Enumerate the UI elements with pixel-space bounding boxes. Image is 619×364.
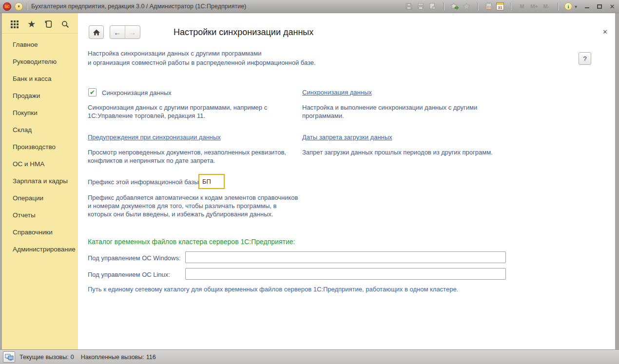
sidebar-item-salary-hr[interactable]: Зарплата и кадры <box>2 172 78 190</box>
maximize-button[interactable] <box>596 2 603 10</box>
divider <box>478 2 478 10</box>
add-to-favorites-icon[interactable] <box>450 2 460 11</box>
prefix-input[interactable] <box>198 174 225 189</box>
warnings-description: Просмотр непроведенных документов, незап… <box>88 148 286 165</box>
memory-m-minus-button[interactable]: M- <box>542 3 551 9</box>
cluster-section-header: Каталог временных файлов кластера сервер… <box>88 238 295 246</box>
help-button[interactable]: ? <box>579 52 591 65</box>
sidebar-item-main[interactable]: Главное <box>2 36 78 53</box>
cluster-note: Путь к единому сетевому каталогу для общ… <box>88 286 458 293</box>
divider <box>510 2 511 10</box>
linux-path-input[interactable] <box>185 268 506 280</box>
section-sidebar: ★ Главное Руководителю Банк и касса Прод… <box>2 13 78 349</box>
app-window: 1С ▾ Бухгалтерия предприятия, редакция 3… <box>0 0 619 364</box>
calls-status-text: Текущие вызовы: 0 Накопленные вызовы: 11… <box>19 354 156 361</box>
sidebar-item-production[interactable]: Производство <box>2 138 78 155</box>
close-button[interactable]: ✕ <box>608 2 616 10</box>
close-icon: ✕ <box>610 3 615 10</box>
titlebar-toolbar: 31 M M+ M- i ▾ <box>405 2 577 11</box>
prefix-label: Префикс этой информационной базы: <box>88 178 200 186</box>
windows-path-input[interactable] <box>185 251 506 263</box>
sidebar-item-bank-cash[interactable]: Банк и касса <box>2 70 78 87</box>
page-description: Настройка синхронизации данных с другими… <box>88 49 316 67</box>
page-close-button[interactable]: ✕ <box>602 28 608 36</box>
sync-description: Синхронизация данных с другими программа… <box>88 103 267 120</box>
sync-checkbox-label: Синхронизация данных <box>102 89 172 96</box>
divider <box>444 2 444 10</box>
window-controls: ✕ <box>583 2 616 10</box>
home-icon <box>93 29 100 36</box>
favorites-star-icon[interactable]: ★ <box>26 19 38 30</box>
sidebar-item-warehouse[interactable]: Склад <box>2 121 78 138</box>
info-caret-icon[interactable]: ▾ <box>575 4 577 9</box>
check-icon: ✔ <box>90 89 95 96</box>
sync-checkbox[interactable]: ✔ <box>88 88 97 96</box>
sidebar-item-sales[interactable]: Продажи <box>2 87 78 104</box>
monitors-icon <box>5 353 14 361</box>
print-preview-icon[interactable] <box>428 2 437 11</box>
main-region: ★ Главное Руководителю Банк и касса Прод… <box>0 13 619 349</box>
sync-warnings-link[interactable]: Предупреждения при синхронизации данных <box>88 134 221 141</box>
sidebar-toolbar: ★ <box>2 13 78 34</box>
nav-buttons: ← → <box>110 25 140 39</box>
current-calls-value: 0 <box>71 354 74 361</box>
chevron-down-icon: ▾ <box>18 4 20 9</box>
client-server-calls-button[interactable] <box>3 351 15 363</box>
sidebar-item-administration[interactable]: Администрирование <box>2 241 78 258</box>
ban-dates-description: Запрет загрузки данных прошлых периодов … <box>302 148 493 156</box>
back-button[interactable]: ← <box>110 26 125 38</box>
sidebar-item-operations[interactable]: Операции <box>2 190 78 207</box>
accumulated-calls-label: Накопленные вызовы: <box>81 354 144 361</box>
history-icon[interactable] <box>42 19 54 30</box>
save-icon[interactable] <box>405 2 414 11</box>
main-menu-button[interactable]: ▾ <box>15 2 23 11</box>
windows-path-label: Под управлением ОС Windows: <box>88 254 181 262</box>
forward-button[interactable]: → <box>125 26 140 38</box>
window-title: Бухгалтерия предприятия, редакция 3.0 / … <box>31 3 246 10</box>
info-button[interactable]: i <box>564 2 572 10</box>
favorites-icon[interactable] <box>462 2 471 11</box>
home-button[interactable] <box>89 25 104 39</box>
memory-m-plus-button[interactable]: M+ <box>529 3 539 9</box>
page-title: Настройки синхронизации данных <box>174 27 313 38</box>
minimize-icon <box>585 7 589 8</box>
minimize-button[interactable] <box>583 2 591 10</box>
sidebar-item-reports[interactable]: Отчеты <box>2 207 78 224</box>
divider <box>27 2 27 10</box>
sidebar-item-manager[interactable]: Руководителю <box>2 53 78 70</box>
sidebar-menu: Главное Руководителю Банк и касса Продаж… <box>2 34 78 258</box>
print-icon[interactable] <box>416 2 426 11</box>
calendar-icon[interactable]: 31 <box>496 2 504 10</box>
divider <box>558 2 558 10</box>
sidebar-item-purchases[interactable]: Покупки <box>2 104 78 121</box>
linux-path-label: Под управлением ОС Linux: <box>88 271 170 278</box>
1c-logo-icon: 1С <box>3 2 11 11</box>
sync-data-link[interactable]: Синхронизация данных <box>302 89 372 96</box>
title-bar: 1С ▾ Бухгалтерия предприятия, редакция 3… <box>0 0 619 13</box>
maximize-icon <box>597 4 602 9</box>
ban-dates-link[interactable]: Даты запрета загрузки данных <box>302 134 392 141</box>
menu-grid-icon[interactable] <box>9 19 20 30</box>
current-calls-label: Текущие вызовы: <box>19 354 69 361</box>
sidebar-item-fixed-assets[interactable]: ОС и НМА <box>2 155 78 172</box>
accumulated-calls-value: 116 <box>146 354 156 361</box>
search-icon[interactable] <box>59 19 71 30</box>
calculator-icon[interactable] <box>484 2 494 11</box>
page-content: ← → Настройки синхронизации данных ✕ Нас… <box>78 13 615 349</box>
prefix-description: Префикс добавляется автоматически к кода… <box>88 193 298 218</box>
status-bar: Текущие вызовы: 0 Накопленные вызовы: 11… <box>0 349 619 364</box>
sync-link-description: Настройка и выполнение синхронизации дан… <box>302 103 477 120</box>
memory-m-button[interactable]: M <box>517 3 527 9</box>
sidebar-item-directories[interactable]: Справочники <box>2 224 78 241</box>
